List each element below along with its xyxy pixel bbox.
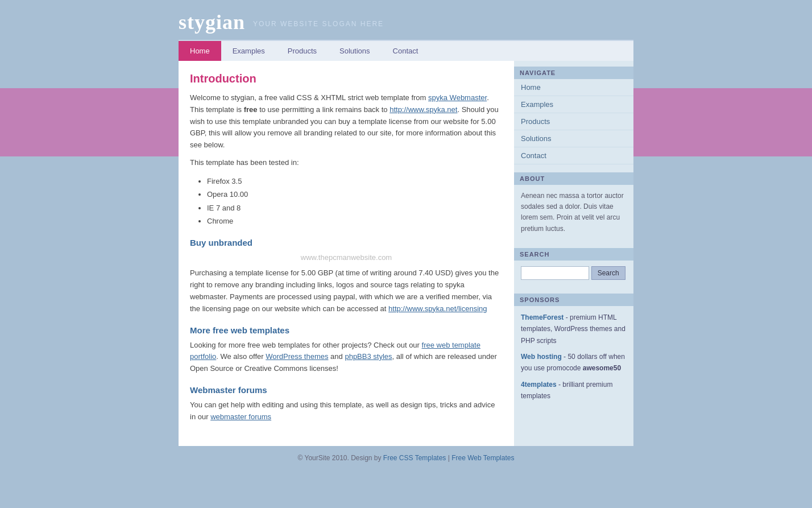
search-button[interactable]: Search <box>591 266 625 280</box>
sidebar-item-solutions[interactable]: Solutions <box>514 130 633 147</box>
free-heading: More free web templates <box>190 325 503 335</box>
sidebar-sponsors-box: SPONSORS ThemeForest - premium HTML temp… <box>514 294 633 412</box>
licensing-link[interactable]: http://www.spyka.net/licensing <box>388 304 487 313</box>
sidebar-navigate-title: NAVIGATE <box>514 67 633 79</box>
4templates-link[interactable]: 4templates <box>521 381 557 389</box>
webmaster-heading: Webmaster forums <box>190 385 503 395</box>
search-input[interactable] <box>521 266 589 280</box>
list-item: Firefox 3.5 <box>207 175 503 188</box>
list-item: Opera 10.00 <box>207 188 503 201</box>
sidebar-about-title: ABOUT <box>514 172 633 185</box>
sidebar-navigate-box: NAVIGATE Home Examples Products Solution… <box>514 67 633 164</box>
main-nav: Home Examples Products Solutions Contact <box>179 40 633 61</box>
sidebar-about-text: Aenean nec massa a tortor auctor sodales… <box>514 185 633 240</box>
sidebar-item-examples[interactable]: Examples <box>514 96 633 113</box>
sidebar-about-box: ABOUT Aenean nec massa a tortor auctor s… <box>514 172 633 240</box>
tested-label: This template has been tested in: <box>190 157 503 169</box>
spyka-url-link[interactable]: http://www.spyka.net <box>390 105 457 114</box>
sidebar-item-products[interactable]: Products <box>514 113 633 130</box>
webmaster-forums-link[interactable]: webmaster forums <box>210 412 271 421</box>
list-item: IE 7 and 8 <box>207 201 503 214</box>
header: stygian YOUR WEBSITE SLOGAN HERE <box>179 0 633 40</box>
sidebar-sponsors-title: SPONSORS <box>514 294 633 306</box>
footer: © YourSite 2010. Design by Free CSS Temp… <box>179 446 633 473</box>
browser-list: Firefox 3.5 Opera 10.00 IE 7 and 8 Chrom… <box>207 175 503 228</box>
nav-item-examples[interactable]: Examples <box>221 41 276 61</box>
sidebar-search-box: SEARCH Search <box>514 248 633 286</box>
nav-item-contact[interactable]: Contact <box>382 41 430 61</box>
sponsor2: Web hosting - 50 dollars off when you us… <box>521 351 627 374</box>
sidebar-item-home[interactable]: Home <box>514 79 633 96</box>
nav-item-home[interactable]: Home <box>179 41 221 61</box>
list-item: Chrome <box>207 214 503 228</box>
sidebar-item-contact[interactable]: Contact <box>514 147 633 164</box>
spyka-link[interactable]: spyka Webmaster <box>428 93 487 102</box>
site-title: stygian <box>179 10 245 34</box>
sponsor3: 4templates - brilliant premium templates <box>521 379 627 402</box>
themeforest-link[interactable]: ThemeForest <box>521 313 564 321</box>
site-slogan: YOUR WEBSITE SLOGAN HERE <box>253 20 384 28</box>
buy-heading: Buy unbranded <box>190 238 503 247</box>
wordpress-link[interactable]: WordPress themes <box>266 352 328 361</box>
sidebar-sponsors-content: ThemeForest - premium HTML templates, Wo… <box>514 306 633 412</box>
phpbb-link[interactable]: phpBB3 styles <box>345 352 392 361</box>
watermark: www.thepcmanwebsite.com <box>190 253 503 262</box>
free-paragraph: Looking for more free web templates for … <box>190 340 503 375</box>
sidebar-search-form: Search <box>514 261 633 286</box>
main-content: Introduction Welcome to stygian, a free … <box>179 61 514 446</box>
sidebar: NAVIGATE Home Examples Products Solution… <box>514 61 633 446</box>
nav-item-solutions[interactable]: Solutions <box>328 41 381 61</box>
intro-heading: Introduction <box>190 72 503 85</box>
nav-item-products[interactable]: Products <box>276 41 328 61</box>
buy-paragraph: Purchasing a template license for 5.00 G… <box>190 267 503 315</box>
web-hosting-link[interactable]: Web hosting <box>521 353 562 361</box>
intro-paragraph-1: Welcome to stygian, a free valid CSS & X… <box>190 92 503 151</box>
footer-web-link[interactable]: Free Web Templates <box>451 454 514 462</box>
sponsor1: ThemeForest - premium HTML templates, Wo… <box>521 312 627 346</box>
sidebar-search-title: SEARCH <box>514 248 633 261</box>
footer-css-link[interactable]: Free CSS Templates <box>383 454 446 462</box>
webmaster-paragraph: You can get help with editing and using … <box>190 399 503 423</box>
main-wrapper: Introduction Welcome to stygian, a free … <box>179 61 633 446</box>
